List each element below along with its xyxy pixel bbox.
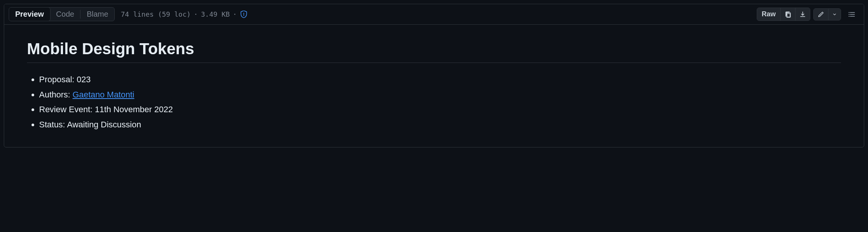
- status-value: Awaiting Discussion: [67, 120, 141, 129]
- list-item: Authors: Gaetano Matonti: [39, 87, 841, 102]
- shield-icon[interactable]: [240, 11, 248, 18]
- authors-label: Authors:: [39, 90, 73, 99]
- list-item: Status: Awaiting Discussion: [39, 117, 841, 132]
- tab-code[interactable]: Code: [50, 8, 80, 21]
- list-icon: [848, 11, 855, 18]
- edit-dropdown-button[interactable]: [828, 9, 841, 20]
- pencil-icon: [817, 11, 824, 18]
- file-size: 3.49 KB: [201, 10, 230, 18]
- svg-rect-1: [243, 14, 244, 16]
- file-lines: 74 lines (59 loc): [121, 10, 191, 18]
- tab-blame[interactable]: Blame: [80, 8, 114, 21]
- raw-button-group: Raw: [757, 8, 810, 21]
- outline-button[interactable]: [844, 8, 859, 20]
- tab-preview[interactable]: Preview: [9, 7, 51, 21]
- file-info: 74 lines (59 loc) · 3.49 KB ·: [121, 10, 248, 18]
- page-title: Mobile Design Tokens: [27, 40, 841, 63]
- review-value: 11th November 2022: [95, 105, 173, 114]
- metadata-list: Proposal: 023 Authors: Gaetano Matonti R…: [27, 72, 841, 132]
- copy-icon: [784, 11, 791, 18]
- svg-point-0: [243, 13, 245, 14]
- list-item: Review Event: 11th November 2022: [39, 102, 841, 117]
- action-group: Raw: [757, 8, 859, 21]
- separator-dot: ·: [233, 10, 237, 18]
- view-tab-group: Preview Code Blame: [9, 7, 115, 21]
- download-icon: [799, 11, 806, 18]
- proposal-value: 023: [77, 75, 91, 84]
- proposal-label: Proposal:: [39, 75, 77, 84]
- status-label: Status:: [39, 120, 67, 129]
- list-item: Proposal: 023: [39, 72, 841, 87]
- copy-button[interactable]: [780, 8, 795, 20]
- review-label: Review Event:: [39, 105, 95, 114]
- markdown-content: Mobile Design Tokens Proposal: 023 Autho…: [4, 25, 864, 147]
- download-button[interactable]: [795, 8, 810, 20]
- file-toolbar: Preview Code Blame 74 lines (59 loc) · 3…: [4, 4, 864, 25]
- file-view-container: Preview Code Blame 74 lines (59 loc) · 3…: [4, 4, 864, 147]
- raw-button[interactable]: Raw: [757, 8, 780, 20]
- separator-dot: ·: [194, 10, 198, 18]
- edit-button-group: [813, 8, 841, 20]
- author-link[interactable]: Gaetano Matonti: [73, 90, 134, 99]
- edit-button[interactable]: [814, 9, 828, 20]
- chevron-down-icon: [832, 12, 837, 17]
